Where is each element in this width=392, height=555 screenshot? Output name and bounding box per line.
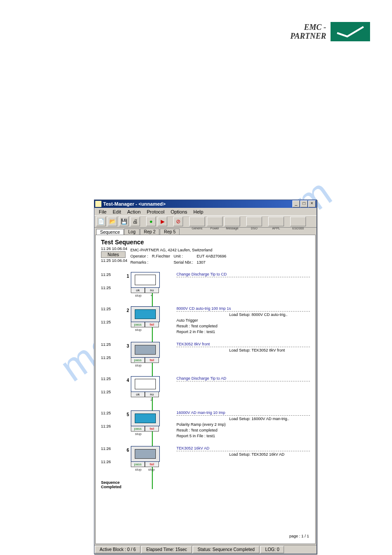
menu-protocol[interactable]: Protocol xyxy=(144,209,167,215)
sequence-completed: Sequence Completed xyxy=(101,480,310,489)
menubar: File Edit Action Protocol Options Help xyxy=(94,208,316,215)
page-title: Test Sequence xyxy=(101,239,310,246)
unit: EUT 4AB270696 xyxy=(197,254,229,259)
step-time-start: 11:26 xyxy=(101,446,123,451)
menu-file[interactable]: File xyxy=(96,209,109,215)
tool-appl[interactable]: APPL xyxy=(268,217,284,226)
step-under-label: stop xyxy=(132,468,145,472)
timestamp-top: 11:26 10.06.04 xyxy=(101,247,129,251)
step-btn-pass[interactable]: pass xyxy=(131,426,145,432)
tool-dso[interactable]: DSO xyxy=(246,217,262,226)
step-under-label: + xyxy=(145,294,158,297)
step-block[interactable]: passfailstopstop xyxy=(131,446,159,472)
step-thumbnail xyxy=(131,410,160,426)
minimize-button[interactable]: _ xyxy=(292,200,300,207)
tool-generic[interactable]: Generic xyxy=(189,217,205,226)
step-detail: Result : Test completed xyxy=(176,324,310,328)
sequence-step: 11:2511:254okno2Change Discharge Tip to … xyxy=(101,376,310,403)
step-number: 2 xyxy=(123,306,129,313)
print-icon[interactable]: 🖨 xyxy=(130,217,140,226)
tab-rep5[interactable]: Rep 5 xyxy=(160,229,180,235)
step-btn-ok[interactable]: ok xyxy=(131,288,145,293)
step-number: 4 xyxy=(123,376,129,383)
step-title[interactable]: Change Discharge Tip to AD xyxy=(176,376,310,381)
timestamp-bottom: 11:25 10.06.04 xyxy=(101,258,129,263)
step-detail: Report 2 in File : test1 xyxy=(176,330,310,334)
operator-label: Operator : xyxy=(130,254,151,259)
step-block[interactable]: passfailstop xyxy=(131,306,159,332)
step-title[interactable]: 8000V CD auto-trig 100 Imp 1s xyxy=(176,306,310,312)
step-title[interactable]: Change Discharge Tip to CD xyxy=(176,272,310,277)
status-status: Status: Sequence Completed xyxy=(193,546,259,553)
step-load-setup: Load Setup: 8000V CD auto-trig.. xyxy=(229,312,310,317)
tab-sequence[interactable]: Sequence xyxy=(96,229,124,235)
step-under-label: stop xyxy=(132,294,145,297)
step-btn-fail[interactable]: fail xyxy=(145,358,159,363)
close-button[interactable]: × xyxy=(308,200,316,207)
step-load-setup: Load Setup: 16000V AD man-trig.. xyxy=(229,417,310,421)
step-block[interactable]: okno2 xyxy=(131,376,159,402)
step-btn-fail[interactable]: fail xyxy=(145,426,159,432)
step-btn-no[interactable]: no xyxy=(145,288,159,293)
tool-power[interactable]: Power xyxy=(207,217,223,226)
step-btn-fail[interactable]: fail xyxy=(145,462,159,467)
maximize-button[interactable]: □ xyxy=(300,200,308,207)
logo-checkmark-icon xyxy=(331,22,370,41)
menu-help[interactable]: Help xyxy=(191,209,206,215)
menu-options[interactable]: Options xyxy=(168,209,190,215)
step-time-end: 11:26 xyxy=(101,459,123,464)
tab-strip: Sequence Log Rep 2 Rep 5 xyxy=(94,228,316,235)
step-under-label: stop xyxy=(145,468,158,472)
step-btn-fail[interactable]: fail xyxy=(145,322,159,327)
step-number: 5 xyxy=(123,410,129,417)
app-window: Test-Manager - <unnamed> _ □ × File Edit… xyxy=(94,200,317,554)
step-btn-pass[interactable]: pass xyxy=(131,358,145,363)
step-block[interactable]: passfailstop xyxy=(131,342,159,367)
step-number: 3 xyxy=(123,342,129,348)
unit-label: Unit : xyxy=(174,254,196,259)
tab-rep2[interactable]: Rep 2 xyxy=(140,229,160,235)
step-time-end: 11:25 xyxy=(101,319,123,325)
titlebar: Test-Manager - <unnamed> _ □ × xyxy=(94,200,316,208)
sequence-step: 11:2511:251oknostop+Change Discharge Tip… xyxy=(101,272,310,298)
step-title[interactable]: 16000V AD man-trig 10 Imp xyxy=(176,410,310,416)
step-time-end: 11:26 xyxy=(101,424,123,429)
sequence-step: 11:2611:266passfailstopstopTEK3052 16kV … xyxy=(101,446,310,472)
tool-esd300[interactable]: ESD300 xyxy=(290,217,306,226)
record-icon[interactable]: ● xyxy=(146,217,156,226)
logo-line1: EMC - xyxy=(290,23,326,32)
step-btn-ok[interactable]: ok xyxy=(131,392,145,397)
step-load-setup: Load Setup: TEK3052 8kV front xyxy=(229,348,310,352)
step-btn-pass[interactable]: pass xyxy=(131,322,145,327)
step-title[interactable]: TEK3052 16kV AD xyxy=(176,446,310,451)
step-detail: Auto Trigger xyxy=(176,318,310,323)
step-btn-no[interactable]: no xyxy=(145,392,159,397)
step-time-end: 11:25 xyxy=(101,285,123,290)
save-icon[interactable]: 💾 xyxy=(119,217,129,226)
step-detail: Polarity Ramp (every 2 Imp) xyxy=(176,422,310,427)
statusbar: Active Block : 0 / 6 Elapsed Time: 15sec… xyxy=(94,545,316,554)
new-icon[interactable]: 📄 xyxy=(96,217,106,226)
step-block[interactable]: passfailstop xyxy=(131,410,159,436)
tab-log[interactable]: Log xyxy=(124,229,140,235)
step-title[interactable]: TEK3052 8kV front xyxy=(176,342,310,347)
page-number: page : 1 / 1 xyxy=(289,534,309,538)
open-icon[interactable]: 📂 xyxy=(108,217,117,226)
step-load-setup: Load Setup: TEK3052 16kV AD xyxy=(229,452,310,457)
step-block[interactable]: oknostop+ xyxy=(131,272,159,297)
step-thumbnail xyxy=(131,376,160,392)
brand-logo: EMC - PARTNER xyxy=(290,22,370,41)
serial: 1307 xyxy=(197,260,229,265)
step-time-start: 11:25 xyxy=(101,272,123,277)
play-icon[interactable]: ▶ xyxy=(158,217,167,226)
step-number: 1 xyxy=(123,272,129,279)
menu-edit[interactable]: Edit xyxy=(110,209,124,215)
step-btn-pass[interactable]: pass xyxy=(131,462,145,467)
menu-action[interactable]: Action xyxy=(125,209,144,215)
notes-button[interactable]: Notes xyxy=(101,251,126,258)
content-area: Test Sequence 11:26 10.06.04 Notes 11:25… xyxy=(95,235,316,544)
tool-message[interactable]: Message xyxy=(224,217,240,226)
step-under-label: stop xyxy=(132,328,145,332)
stop-icon[interactable]: ⊘ xyxy=(173,217,183,226)
step-detail: Result : Test completed xyxy=(176,428,310,432)
